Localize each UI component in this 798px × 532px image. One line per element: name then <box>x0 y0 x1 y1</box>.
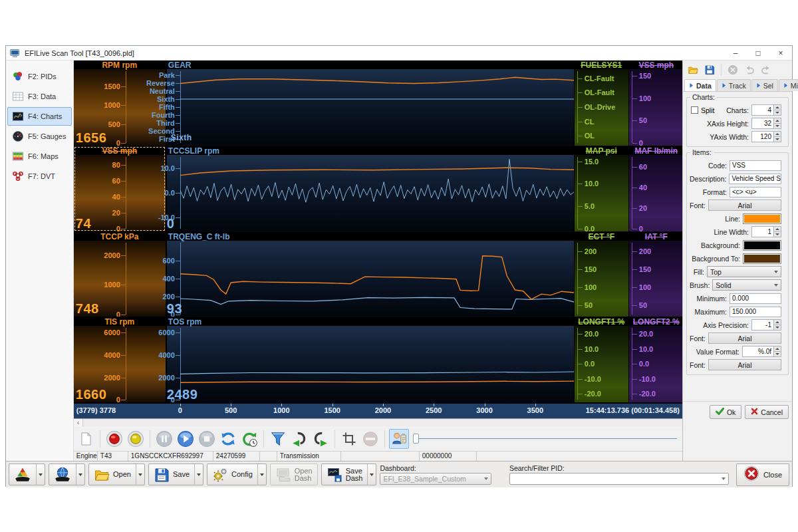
play-button[interactable] <box>176 429 196 449</box>
charts-yaxis-width-spinner-value[interactable]: 120 <box>751 131 774 142</box>
spin-down-button[interactable] <box>774 123 781 128</box>
record-black-box-button[interactable] <box>104 429 124 449</box>
close-window-button[interactable]: × <box>769 46 792 60</box>
items-value-format-spinner[interactable]: %.0f <box>742 346 781 357</box>
config-button[interactable]: Config <box>207 464 267 485</box>
passenger-mode-button[interactable] <box>389 429 409 449</box>
config-button-dropdown[interactable] <box>257 464 266 485</box>
refresh-button[interactable] <box>218 429 238 449</box>
tab-data[interactable]: Data <box>684 79 716 91</box>
spin-up-button[interactable] <box>774 105 781 110</box>
save-dash-button[interactable]: Save Dash <box>321 464 377 485</box>
save-dash-button-dropdown[interactable] <box>367 464 376 485</box>
items-line-width-spinner[interactable]: 1 <box>751 226 781 237</box>
spin-down-button[interactable] <box>774 231 781 237</box>
spin-up-button[interactable] <box>774 346 781 351</box>
minimize-button[interactable]: – <box>724 46 747 60</box>
slider-handle[interactable] <box>413 434 419 444</box>
items-description-input[interactable]: Vehicle Speed Sensor <box>729 174 781 184</box>
spinner-arrows[interactable] <box>774 131 781 142</box>
sidebar-item-gauges[interactable]: F5: Gauges <box>7 127 72 146</box>
charts-charts-spinner-value[interactable]: 4 <box>751 104 774 116</box>
sidebar-item-pids[interactable]: F2: PIDs <box>7 67 72 86</box>
ok-button[interactable]: Ok <box>710 405 741 419</box>
items-font-button[interactable]: Arial <box>708 332 781 344</box>
pid-panel-purple[interactable] <box>629 155 682 231</box>
next-frame-button[interactable] <box>311 429 331 449</box>
items-minimum-input[interactable]: 0.000 <box>730 293 781 304</box>
tune-tool-button[interactable] <box>49 464 85 485</box>
items-format-input[interactable]: <c> <u> <box>730 187 781 198</box>
playback-slider[interactable] <box>413 434 682 444</box>
search-pid-input[interactable] <box>509 473 729 485</box>
save-button[interactable]: Save <box>148 464 203 485</box>
items-brush-select[interactable]: Solid <box>712 279 781 291</box>
items-font-button[interactable]: Arial <box>708 359 781 370</box>
items-background-swatch[interactable] <box>743 240 781 251</box>
log-file-button[interactable] <box>76 429 96 449</box>
tune-tool-button-dropdown[interactable] <box>76 464 84 485</box>
items-fill-select[interactable]: Top <box>707 266 781 277</box>
items-font-button[interactable]: Arial <box>708 200 781 211</box>
items-line-swatch[interactable] <box>743 213 781 224</box>
spin-up-button[interactable] <box>774 320 781 325</box>
charts-xaxis-height-spinner[interactable]: 32 <box>751 118 781 129</box>
pid-panel-green[interactable] <box>575 155 628 231</box>
sidebar-item-charts[interactable]: F4: Charts <box>7 107 72 126</box>
sidebar-item-dvt[interactable]: F7: DVT <box>7 167 72 186</box>
items-axis-precision-spinner[interactable]: -1 <box>751 319 781 331</box>
refresh-time-button[interactable] <box>239 429 259 449</box>
tab-sel[interactable]: Sel <box>751 79 778 91</box>
tab-track[interactable]: Track <box>717 79 751 91</box>
chart-scrollbar[interactable]: ‹ <box>74 418 682 426</box>
spinner-arrows[interactable] <box>774 104 781 116</box>
close-button[interactable]: Close <box>736 464 789 486</box>
spin-down-button[interactable] <box>774 110 781 115</box>
prev-frame-button[interactable] <box>289 429 309 449</box>
tab-misc[interactable]: Misc <box>779 79 798 91</box>
block-button[interactable] <box>360 429 380 449</box>
cancel-button[interactable]: Cancel <box>745 405 789 419</box>
sidebar-item-data[interactable]: F3: Data <box>7 87 72 106</box>
spinner-arrows[interactable] <box>774 319 781 331</box>
open-button[interactable]: Open <box>88 464 145 485</box>
rp-save-button[interactable] <box>702 63 717 76</box>
spin-up-button[interactable] <box>774 227 781 231</box>
filter-button[interactable] <box>268 429 288 449</box>
spin-up-button[interactable] <box>774 132 781 136</box>
rp-open-button[interactable] <box>686 63 700 76</box>
pid-panel-purple[interactable] <box>629 326 682 402</box>
spin-down-button[interactable] <box>774 325 781 330</box>
open-dash-button[interactable]: Open Dash <box>270 464 318 485</box>
pause-button[interactable] <box>154 429 174 449</box>
scroll-left-button[interactable]: ‹ <box>74 419 83 426</box>
charts-charts-spinner[interactable]: 4 <box>751 104 781 116</box>
spinner-arrows[interactable] <box>774 118 781 129</box>
charts-xaxis-height-spinner-value[interactable]: 32 <box>751 118 774 129</box>
rp-cancel-button[interactable] <box>726 63 740 76</box>
pid-panel-purple[interactable] <box>629 241 682 317</box>
crop-button[interactable] <box>339 429 359 449</box>
scan-tool-button[interactable] <box>9 464 45 485</box>
spin-down-button[interactable] <box>774 351 781 356</box>
charts-yaxis-width-spinner[interactable]: 120 <box>751 131 781 142</box>
spin-up-button[interactable] <box>774 118 781 123</box>
rp-undo-button[interactable] <box>742 63 757 76</box>
items-axis-precision-spinner-value[interactable]: -1 <box>751 319 774 331</box>
spinner-arrows[interactable] <box>774 226 781 237</box>
scan-tool-button-dropdown[interactable] <box>36 464 45 485</box>
open-button-dropdown[interactable] <box>136 464 144 485</box>
record-log-button[interactable] <box>126 429 146 449</box>
sidebar-item-maps[interactable]: F6: Maps <box>7 147 72 166</box>
maximize-button[interactable]: □ <box>747 46 769 60</box>
dashboard-select[interactable]: EFI_E38_Sample_Custom <box>380 473 491 485</box>
items-code-input[interactable]: VSS <box>730 160 781 171</box>
save-button-dropdown[interactable] <box>194 464 203 485</box>
stop-button[interactable] <box>197 429 217 449</box>
rp-redo-button[interactable] <box>759 63 773 76</box>
pid-panel-green[interactable] <box>575 326 628 402</box>
items-line-width-spinner-value[interactable]: 1 <box>751 226 774 237</box>
pid-panel-green[interactable] <box>575 241 628 317</box>
pid-panel-purple[interactable] <box>629 69 682 146</box>
spinner-arrows[interactable] <box>774 346 781 357</box>
